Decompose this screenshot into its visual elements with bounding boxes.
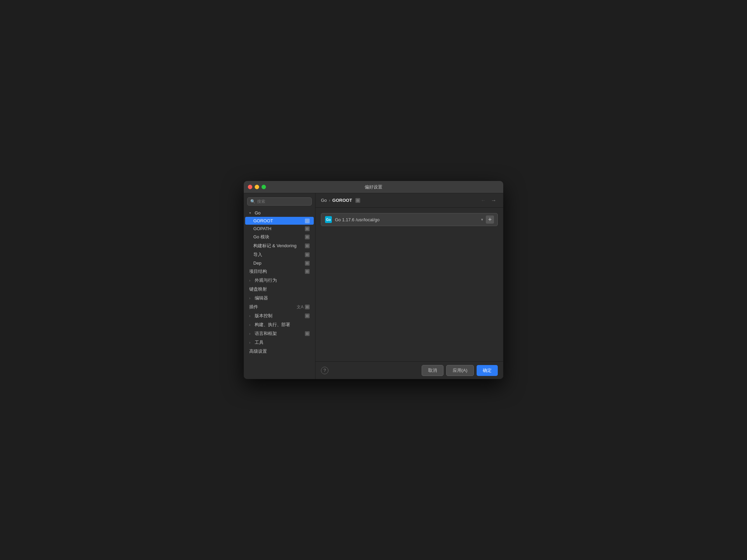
sidebar-item-gopath[interactable]: GOPATH ⊟ — [245, 225, 314, 233]
window-title: 偏好设置 — [365, 184, 382, 190]
sidebar-item-tools-label: 工具 — [255, 339, 264, 346]
settings-icon-project: ⊟ — [305, 269, 310, 274]
sidebar-item-version-control-label: 版本控制 — [255, 313, 272, 319]
help-button[interactable]: ? — [321, 367, 328, 374]
nav-buttons: ← → — [479, 197, 498, 204]
add-sdk-button[interactable]: + — [486, 215, 494, 224]
breadcrumb: Go › GOROOT ⊟ — [321, 198, 360, 203]
chevron-down-icon: ▾ — [249, 211, 253, 215]
sidebar-item-languages-label: 语言和框架 — [255, 331, 277, 337]
sidebar-item-editor-label: 编辑器 — [255, 295, 268, 301]
sidebar-item-goroot-label: GOROOT — [253, 218, 273, 223]
sdk-row: Go Go 1.17.6 /usr/local/go ▾ + — [321, 213, 498, 226]
sidebar-item-advanced-label: 高级设置 — [249, 348, 267, 354]
footer: ? 取消 应用(A) 确定 — [315, 361, 503, 379]
settings-icon-lang: ⊟ — [305, 331, 310, 336]
sidebar-item-build[interactable]: › 构建、执行、部署 — [245, 320, 314, 329]
apply-button[interactable]: 应用(A) — [446, 365, 474, 376]
footer-actions: 取消 应用(A) 确定 — [422, 365, 498, 376]
chevron-right-icon-lang: › — [249, 332, 253, 336]
plugins-lang-icon: 文A — [297, 304, 304, 310]
breadcrumb-settings-icon: ⊟ — [355, 198, 360, 203]
sidebar-item-plugins[interactable]: 插件 文A ⊟ — [245, 303, 314, 311]
preferences-window: 偏好设置 🔍 ▾ Go GOROOT ⊟ GOPATH ⊟ — [244, 181, 503, 379]
sdk-label: Go 1.17.6 /usr/local/go — [335, 217, 478, 222]
settings-icon-goroot: ⊟ — [305, 219, 310, 223]
sidebar: 🔍 ▾ Go GOROOT ⊟ GOPATH ⊟ Go 模块 — [244, 193, 315, 379]
sidebar-item-version-control[interactable]: › 版本控制 ⊟ — [245, 311, 314, 320]
breadcrumb-parent: Go — [321, 198, 327, 203]
sidebar-item-go-label: Go — [255, 210, 260, 215]
sidebar-item-build-label: 构建、执行、部署 — [255, 322, 290, 328]
breadcrumb-current: GOROOT — [332, 198, 352, 203]
sidebar-item-tools[interactable]: › 工具 — [245, 338, 314, 347]
settings-icon-imports: ⊟ — [305, 252, 310, 257]
content-area: 🔍 ▾ Go GOROOT ⊟ GOPATH ⊟ Go 模块 — [244, 193, 503, 379]
sidebar-item-dep[interactable]: Dep ⊟ — [245, 259, 314, 267]
ok-button[interactable]: 确定 — [477, 365, 498, 376]
search-input[interactable] — [257, 199, 309, 204]
maximize-button[interactable] — [262, 185, 266, 189]
close-button[interactable] — [248, 185, 252, 189]
main-header: Go › GOROOT ⊟ ← → — [315, 193, 503, 208]
back-button[interactable]: ← — [479, 197, 488, 204]
sidebar-item-project-structure-label: 项目结构 — [249, 268, 267, 275]
sidebar-item-go[interactable]: ▾ Go — [245, 209, 314, 217]
traffic-lights — [248, 185, 266, 189]
go-section: ▾ Go GOROOT ⊟ GOPATH ⊟ Go 模块 ⊟ 构建标记 & Ve… — [244, 209, 315, 267]
go-sdk-icon: Go — [325, 216, 332, 223]
chevron-right-icon-editor: › — [249, 296, 253, 300]
forward-button[interactable]: → — [490, 197, 498, 204]
sidebar-item-appearance-label: 外观与行为 — [255, 277, 277, 283]
sdk-path: /usr/local/go — [356, 217, 380, 222]
sidebar-item-gopath-label: GOPATH — [253, 226, 271, 231]
search-icon: 🔍 — [250, 199, 255, 204]
sidebar-item-languages[interactable]: › 语言和框架 ⊟ — [245, 329, 314, 338]
settings-icon-modules: ⊟ — [305, 235, 310, 239]
sidebar-item-dep-label: Dep — [253, 261, 262, 266]
cancel-button[interactable]: 取消 — [422, 365, 443, 376]
chevron-right-icon: › — [249, 279, 253, 282]
settings-icon-plugins: ⊟ — [305, 305, 310, 309]
titlebar: 偏好设置 — [244, 181, 503, 193]
chevron-right-icon-vc: › — [249, 314, 253, 318]
sidebar-item-go-modules[interactable]: Go 模块 ⊟ — [245, 233, 314, 241]
dropdown-chevron-icon: ▾ — [481, 217, 483, 222]
settings-icon-build: ⊟ — [305, 243, 310, 248]
chevron-right-icon-tools: › — [249, 341, 253, 345]
chevron-right-icon-build: › — [249, 323, 253, 327]
sidebar-item-build-tags-label: 构建标记 & Vendoring — [253, 243, 296, 249]
settings-icon-dep: ⊟ — [305, 261, 310, 266]
main-body: Go Go 1.17.6 /usr/local/go ▾ + — [315, 208, 503, 361]
sidebar-item-editor[interactable]: › 编辑器 — [245, 294, 314, 303]
sidebar-item-imports[interactable]: 导入 ⊟ — [245, 250, 314, 259]
sidebar-item-goroot[interactable]: GOROOT ⊟ — [245, 217, 314, 225]
main-content: Go › GOROOT ⊟ ← → Go Go 1.17.6 — [315, 193, 503, 379]
sdk-version: Go 1.17.6 — [335, 217, 354, 222]
sidebar-item-appearance[interactable]: › 外观与行为 — [245, 276, 314, 285]
sidebar-item-imports-label: 导入 — [253, 252, 262, 258]
go-logo: Go — [325, 216, 332, 223]
breadcrumb-separator: › — [329, 198, 330, 203]
sidebar-item-build-tags[interactable]: 构建标记 & Vendoring ⊟ — [245, 241, 314, 250]
sidebar-item-keymap[interactable]: 键盘映射 — [245, 285, 314, 294]
sidebar-item-advanced[interactable]: 高级设置 — [245, 347, 314, 356]
minimize-button[interactable] — [255, 185, 259, 189]
search-box[interactable]: 🔍 — [247, 197, 312, 206]
sidebar-item-go-modules-label: Go 模块 — [253, 234, 269, 240]
sidebar-item-plugins-label: 插件 — [249, 304, 258, 310]
settings-icon-gopath: ⊟ — [305, 226, 310, 231]
sidebar-item-project-structure[interactable]: 项目结构 ⊟ — [245, 267, 314, 276]
settings-icon-vc: ⊟ — [305, 313, 310, 318]
sidebar-item-keymap-label: 键盘映射 — [249, 286, 267, 292]
